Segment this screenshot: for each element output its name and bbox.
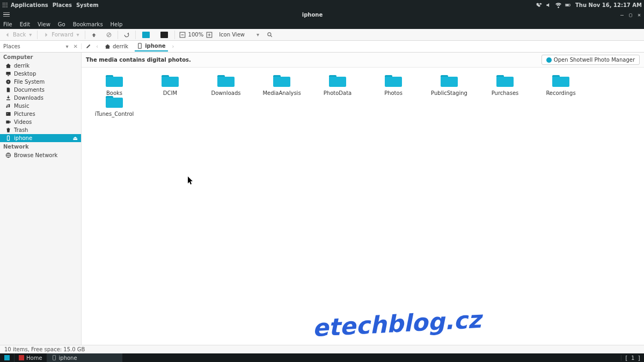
chevron-right-icon[interactable]: › (172, 43, 174, 49)
sidebar-item-file-system[interactable]: File System (0, 78, 81, 86)
music-icon (5, 103, 12, 109)
dropbox-icon[interactable] (536, 2, 542, 8)
folder-photodata[interactable]: PhotoData (318, 75, 357, 96)
plus-icon (206, 32, 213, 38)
home-icon (105, 43, 111, 49)
sidebar-item-iphone[interactable]: iphone⏏ (0, 134, 81, 142)
sidebar-item-browse-network[interactable]: Browse Network (0, 151, 81, 159)
up-button[interactable] (86, 29, 101, 40)
taskbar-window-iphone[interactable]: iphone (47, 353, 122, 362)
sidebar-item-videos[interactable]: Videos (0, 118, 81, 126)
menu-view[interactable]: View (38, 21, 50, 27)
back-label: Back (13, 32, 26, 38)
taskbar-home[interactable]: Home (14, 353, 47, 362)
open-folder-button[interactable] (137, 29, 155, 40)
menu-bookmarks[interactable]: Bookmarks (73, 21, 103, 27)
close-button[interactable]: ✕ (638, 12, 641, 18)
shotwell-icon (546, 57, 552, 63)
sidebar-item-label: Music (14, 103, 29, 109)
reload-button[interactable] (119, 29, 134, 40)
crumb-home-label: derrik (113, 43, 128, 49)
folder-dcim[interactable]: DCIM (150, 75, 190, 96)
minus-icon (179, 32, 186, 38)
home-icon (5, 63, 12, 69)
panel-menu-places[interactable]: Places (53, 2, 72, 8)
trash-icon (5, 127, 12, 133)
forward-label: Forward (52, 32, 73, 38)
svg-point-16 (7, 113, 8, 114)
hamburger-icon[interactable] (3, 12, 10, 17)
sidebar-item-documents[interactable]: Documents (0, 86, 81, 94)
open-terminal-button[interactable] (155, 29, 173, 40)
folder-purchases[interactable]: Purchases (485, 75, 525, 96)
icon-grid[interactable]: BooksDCIMDownloadsMediaAnalysisPhotoData… (82, 68, 644, 345)
back-button[interactable]: Back ▾ (0, 29, 36, 40)
crumb-home[interactable]: derrik (103, 42, 130, 51)
taskbar: Home iphone [ 1 ] (0, 353, 644, 362)
stop-button[interactable] (101, 29, 116, 40)
folder-itunes_control[interactable]: iTunes_Control (94, 96, 134, 117)
folder-label: DCIM (163, 90, 177, 96)
folder-recordings[interactable]: Recordings (541, 75, 581, 96)
sidebar-item-music[interactable]: Music (0, 102, 81, 110)
eject-icon[interactable]: ⏏ (73, 135, 78, 141)
zoom-combo[interactable]: 100% (176, 32, 216, 38)
folder-photos[interactable]: Photos (374, 75, 413, 96)
svg-rect-10 (138, 43, 142, 49)
sidebar-item-label: Desktop (14, 71, 36, 77)
net-icon (5, 152, 12, 158)
search-button[interactable] (262, 29, 277, 40)
svg-rect-17 (6, 121, 9, 124)
maximize-button[interactable]: ▢ (629, 12, 632, 18)
panel-menu-system[interactable]: System (76, 2, 99, 8)
svg-rect-20 (53, 356, 55, 360)
path-row: Places ▾ ✕ ‹ derrik iphone › (0, 41, 644, 53)
content-pane: The media contains digital photos. Open … (82, 53, 644, 345)
show-desktop-button[interactable] (0, 353, 14, 362)
home-app-icon (19, 355, 24, 360)
sidebar-item-trash[interactable]: Trash (0, 126, 81, 134)
battery-icon[interactable] (565, 2, 571, 8)
menu-go[interactable]: Go (58, 21, 65, 27)
arrow-right-icon (43, 32, 49, 38)
folder-label: PublicStaging (431, 90, 467, 96)
sidebar-item-downloads[interactable]: Downloads (0, 94, 81, 102)
folder-books[interactable]: Books (94, 75, 134, 96)
toolbar: Back ▾ Forward ▾ 100% Icon View ▾ (0, 29, 644, 41)
chevron-left-icon[interactable]: ‹ (96, 43, 98, 49)
workspace-switcher[interactable]: [ 1 ] (621, 355, 644, 361)
view-mode-combo[interactable]: Icon View ▾ (216, 32, 262, 38)
stop-icon (106, 32, 112, 38)
folder-icon (106, 96, 123, 108)
network-icon[interactable] (555, 2, 561, 8)
menu-help[interactable]: Help (111, 21, 123, 27)
search-icon (267, 32, 273, 38)
places-label: Places (3, 43, 20, 49)
infobar: The media contains digital photos. Open … (82, 53, 644, 68)
device-icon (5, 135, 12, 141)
folder-label: PhotoData (324, 90, 352, 96)
sidebar-item-pictures[interactable]: Pictures (0, 110, 81, 118)
device-icon (137, 43, 143, 49)
crumb-current[interactable]: iphone (135, 41, 167, 51)
panel-menu-applications[interactable]: Applications (11, 2, 48, 8)
menu-file[interactable]: File (3, 21, 12, 27)
menu-edit[interactable]: Edit (20, 21, 30, 27)
folder-mediaanalysis[interactable]: MediaAnalysis (262, 75, 302, 96)
minimize-button[interactable]: — (620, 12, 624, 18)
places-close-icon[interactable]: ✕ (74, 43, 78, 49)
edit-path-icon[interactable] (86, 43, 92, 50)
folder-downloads[interactable]: Downloads (206, 75, 246, 96)
volume-icon[interactable] (546, 2, 552, 8)
forward-button[interactable]: Forward ▾ (39, 29, 83, 40)
open-shotwell-button[interactable]: Open Shotwell Photo Manager (541, 55, 640, 65)
sidebar-item-desktop[interactable]: Desktop (0, 70, 81, 78)
window-titlebar: iphone — ▢ ✕ (0, 10, 644, 19)
desktop-icon (5, 71, 12, 77)
reload-icon (123, 32, 130, 38)
places-dropdown-icon[interactable]: ▾ (65, 43, 68, 49)
folder-publicstaging[interactable]: PublicStaging (429, 75, 469, 96)
folder-label: Books (106, 90, 122, 96)
sidebar-item-derrik[interactable]: derrik (0, 62, 81, 70)
panel-clock[interactable]: Thu Nov 16, 12:17 AM (575, 2, 642, 8)
